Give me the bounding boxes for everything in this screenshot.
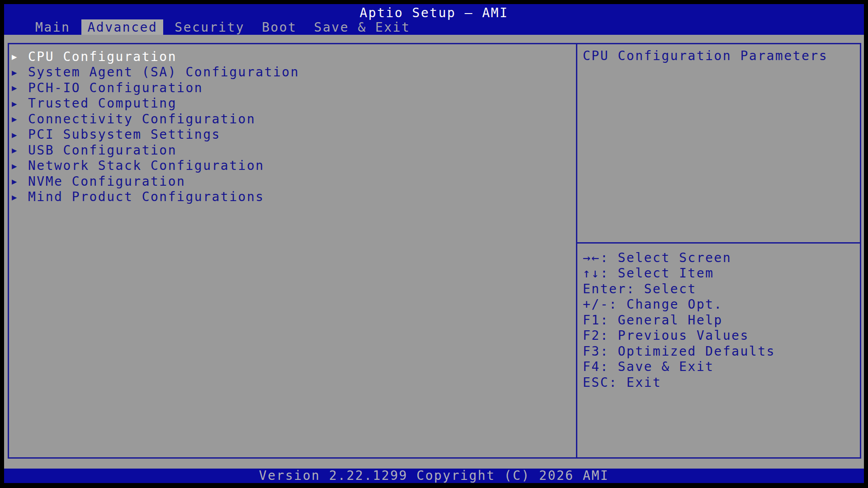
bios-setup-screen: Aptio Setup – AMI Main Advanced Security… xyxy=(4,4,864,483)
submenu-arrow-icon: ▶ xyxy=(11,176,28,186)
submenu-item-mind-product-configurations[interactable]: ▶ Mind Product Configurations xyxy=(11,189,573,205)
submenu-item-pch-io-configuration[interactable]: ▶ PCH-IO Configuration xyxy=(11,80,573,96)
submenu-item-system-agent-configuration[interactable]: ▶ System Agent (SA) Configuration xyxy=(11,65,573,80)
help-pane: CPU Configuration Parameters →←: Select … xyxy=(577,43,861,459)
submenu-item-label: PCH-IO Configuration xyxy=(28,80,203,95)
submenu-item-label: Network Stack Configuration xyxy=(28,158,264,173)
tab-security[interactable]: Security xyxy=(169,19,250,35)
submenu-arrow-icon: ▶ xyxy=(11,161,28,171)
submenu-arrow-icon: ▶ xyxy=(11,192,28,202)
submenu-arrow-icon: ▶ xyxy=(11,99,28,108)
submenu-item-label: CPU Configuration xyxy=(28,49,177,64)
submenu-item-label: Trusted Computing xyxy=(28,96,177,111)
submenu-item-cpu-configuration[interactable]: ▶ CPU Configuration xyxy=(11,49,573,65)
submenu-arrow-icon: ▶ xyxy=(11,83,28,93)
submenu-item-label: Connectivity Configuration xyxy=(28,112,255,127)
hotkey-hint-f4-save-exit: F4: Save & Exit xyxy=(583,359,858,375)
submenu-arrow-icon: ▶ xyxy=(11,52,28,61)
tab-boot[interactable]: Boot xyxy=(256,19,302,35)
header-bar: Aptio Setup – AMI Main Advanced Security… xyxy=(4,4,864,35)
submenu-item-connectivity-configuration[interactable]: ▶ Connectivity Configuration xyxy=(11,111,573,127)
submenu-arrow-icon: ▶ xyxy=(11,67,28,77)
hotkey-hint-esc-exit: ESC: Exit xyxy=(583,375,858,390)
submenu-item-label: PCI Subsystem Settings xyxy=(28,127,221,142)
menu-tab-bar: Main Advanced Security Boot Save & Exit xyxy=(4,19,864,35)
submenu-item-label: Mind Product Configurations xyxy=(28,189,264,204)
item-help-text: CPU Configuration Parameters xyxy=(583,49,857,63)
submenu-arrow-icon: ▶ xyxy=(11,130,28,140)
submenu-item-label: NVMe Configuration xyxy=(28,174,185,189)
submenu-item-network-stack-configuration[interactable]: ▶ Network Stack Configuration xyxy=(11,158,573,174)
hotkey-hint-select-item: ↑↓: Select Item xyxy=(583,266,858,282)
hotkey-hint-f2-previous-values: F2: Previous Values xyxy=(583,328,858,344)
submenu-item-pci-subsystem-settings[interactable]: ▶ PCI Subsystem Settings xyxy=(11,127,573,143)
hotkey-legend: →←: Select Screen ↑↓: Select Item Enter:… xyxy=(583,250,858,390)
tab-main[interactable]: Main xyxy=(29,19,76,35)
tab-save-and-exit[interactable]: Save & Exit xyxy=(308,19,416,35)
legend-divider xyxy=(577,242,860,244)
submenu-arrow-icon: ▶ xyxy=(11,114,28,124)
body-area: ▶ CPU Configuration ▶ System Agent (SA) … xyxy=(4,35,864,469)
submenu-item-nvme-configuration[interactable]: ▶ NVMe Configuration xyxy=(11,174,573,189)
tab-advanced[interactable]: Advanced xyxy=(81,19,163,35)
submenu-item-trusted-computing[interactable]: ▶ Trusted Computing xyxy=(11,96,573,112)
submenu-item-label: USB Configuration xyxy=(28,143,177,158)
hotkey-hint-select-screen: →←: Select Screen xyxy=(583,250,858,266)
options-pane: ▶ CPU Configuration ▶ System Agent (SA) … xyxy=(8,43,577,459)
version-bar: Version 2.22.1299 Copyright (C) 2026 AMI xyxy=(4,469,864,483)
hotkey-hint-f3-optimized-defaults: F3: Optimized Defaults xyxy=(583,343,858,359)
window-title: Aptio Setup – AMI xyxy=(4,6,864,20)
hotkey-hint-enter-select: Enter: Select xyxy=(583,281,858,297)
submenu-arrow-icon: ▶ xyxy=(11,145,28,155)
submenu-item-usb-configuration[interactable]: ▶ USB Configuration xyxy=(11,142,573,158)
submenu-list: ▶ CPU Configuration ▶ System Agent (SA) … xyxy=(11,49,573,205)
hotkey-hint-f1-general-help: F1: General Help xyxy=(583,312,858,328)
submenu-item-label: System Agent (SA) Configuration xyxy=(28,65,299,80)
hotkey-hint-change-opt: +/-: Change Opt. xyxy=(583,297,858,313)
